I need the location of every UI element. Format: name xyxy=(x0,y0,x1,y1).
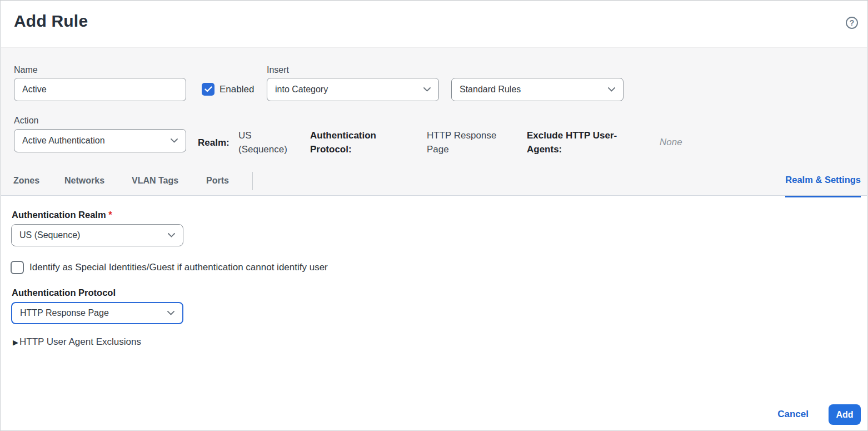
auth-realm-select[interactable]: US (Sequence) xyxy=(11,224,183,246)
tab-vlan-tags[interactable]: VLAN Tags xyxy=(132,176,178,186)
tab-networks[interactable]: Networks xyxy=(64,176,104,186)
name-input[interactable] xyxy=(14,78,186,101)
tab-realm-settings[interactable]: Realm & Settings xyxy=(785,175,861,197)
http-user-agent-exclusions-label: HTTP User Agent Exclusions xyxy=(19,336,141,348)
auth-protocol-label: Authentication Protocol xyxy=(12,288,116,298)
auth-realm-label: Authentication Realm * xyxy=(12,210,112,220)
insert-label: Insert xyxy=(267,65,289,75)
tab-ports[interactable]: Ports xyxy=(206,176,229,186)
action-select[interactable]: Active Authentication xyxy=(14,129,186,152)
insert-position-value: into Category xyxy=(275,85,419,95)
insert-category-value: Standard Rules xyxy=(460,85,603,95)
http-user-agent-exclusions-expander[interactable]: ▶ HTTP User Agent Exclusions xyxy=(13,336,141,348)
add-button[interactable]: Add xyxy=(829,404,861,425)
exclude-agents-summary-value: None xyxy=(660,137,682,148)
help-glyph: ? xyxy=(850,18,855,27)
realm-summary-value: US (Sequence) xyxy=(238,128,296,156)
enabled-checkbox[interactable] xyxy=(202,83,214,96)
auth-realm-label-text: Authentication Realm xyxy=(12,210,106,220)
cancel-button[interactable]: Cancel xyxy=(777,409,809,420)
chevron-down-icon xyxy=(168,233,175,237)
insert-category-select[interactable]: Standard Rules xyxy=(451,78,623,101)
action-label: Action xyxy=(14,116,38,126)
auth-realm-value: US (Sequence) xyxy=(19,230,163,240)
add-rule-dialog: Add Rule ? Name Enabled Insert into Cate… xyxy=(0,0,868,431)
auth-protocol-value: HTTP Response Page xyxy=(20,308,163,318)
name-label: Name xyxy=(14,65,38,75)
action-value: Active Authentication xyxy=(22,136,166,146)
exclude-agents-summary-label: Exclude HTTP User-Agents: xyxy=(527,128,630,156)
checkmark-icon xyxy=(204,86,212,92)
page-title: Add Rule xyxy=(14,12,88,31)
realm-summary-label: Realm: xyxy=(198,136,230,150)
required-asterisk: * xyxy=(108,210,112,220)
auth-protocol-select[interactable]: HTTP Response Page xyxy=(11,302,183,324)
chevron-down-icon xyxy=(608,87,615,92)
enabled-label: Enabled xyxy=(220,84,254,95)
identify-guest-label: Identify as Special Identities/Guest if … xyxy=(29,262,328,273)
tab-zones[interactable]: Zones xyxy=(13,176,39,186)
help-icon[interactable]: ? xyxy=(846,17,858,29)
chevron-down-icon xyxy=(167,311,174,315)
identify-guest-checkbox[interactable] xyxy=(11,261,24,274)
expander-triangle-icon: ▶ xyxy=(13,339,18,346)
chevron-down-icon xyxy=(423,87,431,92)
insert-position-select[interactable]: into Category xyxy=(267,78,439,101)
chevron-down-icon xyxy=(171,138,178,143)
auth-protocol-summary-label: Authentication Protocol: xyxy=(310,128,391,156)
rule-form-band xyxy=(1,47,867,196)
auth-protocol-summary-value: HTTP Response Page xyxy=(427,128,507,156)
tab-divider xyxy=(252,172,253,190)
